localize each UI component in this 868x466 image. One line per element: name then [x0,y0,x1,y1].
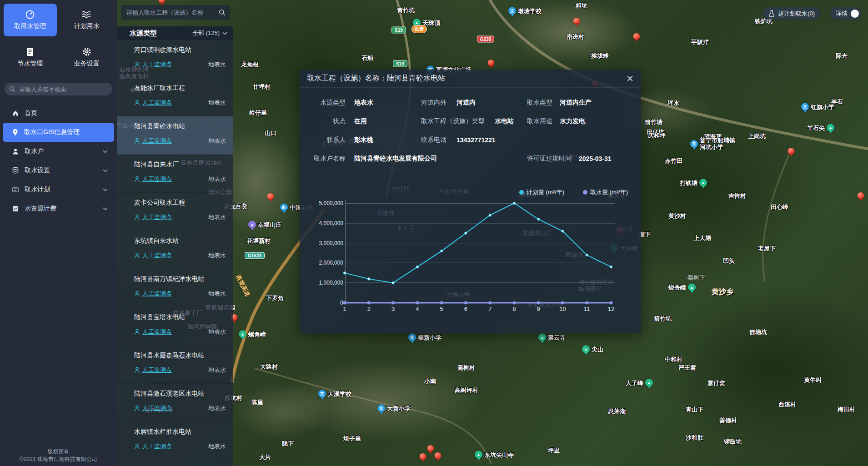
manual-monitor-link[interactable]: 人工监测点 [134,328,172,336]
field-label: 河道内外 [421,99,447,107]
road-badge: G235 [477,36,494,43]
field-value: 水力发电 [560,117,585,125]
field-label: 状态 [300,117,346,125]
field-取水工程（设施）类型: 取水工程（设施）类型水电站 [421,112,527,130]
station-list-item[interactable]: 陆河县宝塔水电站人工监测点地表水 [117,307,233,346]
manual-monitor-link[interactable]: 人工监测点 [134,99,172,107]
source-type-filter[interactable]: 全部 (125) [192,29,227,37]
map-label: 黄牛叫 [804,376,822,383]
svg-text:7: 7 [488,306,492,312]
manual-monitor-link[interactable]: 人工监测点 [134,404,172,412]
map-pin-icon[interactable] [858,192,864,199]
map-label: 羊石尖▲ [807,124,834,132]
app-tile-2[interactable]: 计划用水 [60,4,114,36]
map-pin-icon[interactable] [420,453,426,460]
app-tile-1[interactable]: 取用水管理 [4,4,57,36]
station-list-item[interactable]: 陆河县激石溪老区水电站人工监测点地表水 [117,384,233,422]
svg-text:3: 3 [391,306,395,312]
map-pin-icon[interactable] [488,60,495,66]
map-label: 黄沙村 [668,212,686,219]
map-pin-icon[interactable] [267,193,274,200]
map-label: ▲螺角嶂 [239,331,266,338]
water-source-type: 地表水 [208,137,226,145]
sidebar-item-label: 首页 [25,109,108,117]
manual-monitor-link[interactable]: 人工监测点 [134,442,172,451]
sidebar-search-input[interactable] [18,85,108,93]
sidebar-item-3[interactable]: 取水户 [3,142,114,161]
map-label: 坪水 [667,100,679,106]
sidebar-item-1[interactable]: 首页 [3,104,114,123]
copyright: 版权所有 ©2021 珠海市仁智科技有限公司 [0,448,117,463]
over-plan-water-button[interactable]: 超计划取水(0) [763,7,820,20]
station-list-item[interactable]: 麦卡公司取水工程人工监测点地表水 [117,193,233,231]
modal-header: 取水工程（设施）名称：陆河县青砼水电站 ✕ [300,70,641,88]
svg-text:2,000,000: 2,000,000 [319,260,344,266]
map-label: 黄沙乡 [712,288,733,295]
map-pin-icon[interactable] [633,33,640,40]
map-label: 老屋下 [758,245,776,252]
sidebar-item-6[interactable]: 水资源计费 [3,199,114,218]
station-list-item[interactable]: 河口镇唱歌潭水电站人工监测点地表水 [117,40,233,78]
station-list-item[interactable]: 陆河县水唇走马石水电站人工监测点地表水 [117,346,233,384]
station-list-item[interactable]: 友能水厂取水工程人工监测点地表水 [117,78,233,116]
mountain-icon: ▲ [688,284,696,291]
field-水源类型: 水源类型地表水 [300,93,421,112]
station-list-item[interactable]: 水唇镇水栏肚水电站人工监测点地表水 [117,422,233,460]
detail-toggle-label: 详情 [836,10,848,18]
manual-monitor-link[interactable]: 人工监测点 [134,175,172,183]
manual-monitor-link[interactable]: 人工监测点 [134,137,172,145]
document-icon [25,47,35,57]
map-label: 粗坑 [576,2,587,9]
map-pin-icon[interactable] [427,445,434,452]
station-search-input[interactable] [125,9,215,16]
field-许可证过期时间: 许可证过期时间2025-03-31 [527,149,641,168]
map-pin-icon[interactable] [573,18,580,25]
source-type-filter-value: 全部 (125) [192,29,220,37]
svg-text:8: 8 [512,306,516,312]
station-list-header: 水源类型 全部 (125) [117,26,233,40]
user-icon [12,148,19,155]
manual-monitor-link[interactable]: 人工监测点 [134,290,172,298]
mountain-icon: ▲ [239,331,246,338]
waves-icon [81,10,92,20]
app-tile-4[interactable]: 业务设置 [60,41,114,74]
map-pin-icon[interactable] [435,452,442,459]
map-label: 凹头 [723,257,735,264]
app-tile-3[interactable]: 节水管理 [4,41,57,74]
manual-monitor-link[interactable]: 人工监测点 [134,213,172,221]
manual-monitor-link[interactable]: 人工监测点 [134,366,172,374]
road-badge: S19 [391,27,406,34]
map-pin-icon[interactable] [788,148,795,155]
app-tile-label: 计划用水 [74,22,100,30]
sidebar-item-5[interactable]: 取水计划 [3,180,114,199]
map-label: 坪里 [548,447,560,454]
field-label: 水源类型 [300,99,346,107]
person-icon [134,214,140,220]
svg-text:4: 4 [416,306,419,312]
field-label: 取水工程（设施）类型 [421,117,485,125]
detail-toggle[interactable]: 详情 [830,7,862,20]
station-list-item[interactable]: 陆河县青砼水电站人工监测点地表水 [117,116,233,155]
person-icon [134,138,140,144]
close-icon[interactable]: ✕ [626,74,634,83]
map-label: 山口 [265,130,276,136]
road-badge: 收费 [411,25,427,33]
svg-text:3,000,000: 3,000,000 [319,240,344,246]
map-label: 黄竹坑 [397,7,415,14]
person-icon [134,252,140,259]
sidebar-item-4[interactable]: 取水设置 [3,161,114,180]
manual-monitor-link[interactable]: 人工监测点 [134,60,172,69]
station-list-item[interactable]: 陆河县南万镇杞洋水电站人工监测点地表水 [117,269,233,307]
manual-monitor-link[interactable]: 人工监测点 [134,251,172,260]
map-label: 赤竹田 [665,157,682,164]
svg-text:5,000,000: 5,000,000 [319,200,344,206]
station-list-item[interactable]: 陆河县自来水厂人工监测点地表水 [117,155,233,193]
water-source-type: 地表水 [208,290,226,298]
sidebar-item-2[interactable]: 取水口GIS信息管理 [3,123,114,142]
svg-text:10: 10 [559,306,566,312]
search-icon[interactable] [219,9,226,16]
station-list-item[interactable]: 东坑镇自来水站人工监测点地表水 [117,231,233,269]
mountain-icon: ▲ [582,346,590,353]
person-icon [134,176,140,182]
station-name: 陆河县宝塔水电站 [134,313,226,321]
